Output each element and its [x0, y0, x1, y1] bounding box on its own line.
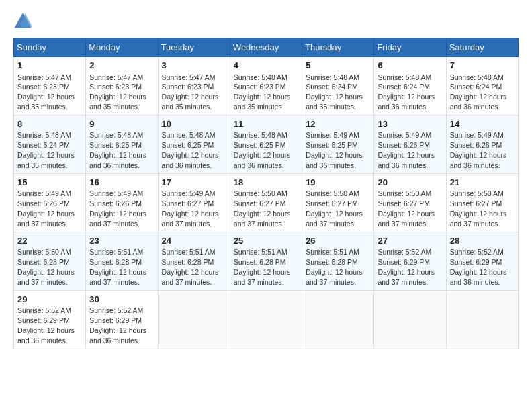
day-info: Sunrise: 5:50 AMSunset: 6:27 PMDaylight:… — [378, 189, 435, 228]
day-info: Sunrise: 5:52 AMSunset: 6:29 PMDaylight:… — [89, 306, 146, 345]
day-number: 22 — [17, 235, 82, 247]
calendar-cell — [230, 290, 302, 349]
day-info: Sunrise: 5:48 AMSunset: 6:24 PMDaylight:… — [17, 131, 75, 169]
calendar-cell: 12 Sunrise: 5:49 AMSunset: 6:25 PMDaylig… — [302, 115, 374, 173]
calendar-cell: 8 Sunrise: 5:48 AMSunset: 6:24 PMDayligh… — [14, 115, 86, 173]
logo — [13, 12, 35, 31]
day-info: Sunrise: 5:49 AMSunset: 6:27 PMDaylight:… — [162, 189, 219, 228]
day-info: Sunrise: 5:52 AMSunset: 6:29 PMDaylight:… — [17, 306, 75, 345]
calendar-cell: 28 Sunrise: 5:52 AMSunset: 6:29 PMDaylig… — [446, 232, 518, 290]
header — [13, 12, 519, 31]
day-info: Sunrise: 5:51 AMSunset: 6:28 PMDaylight:… — [306, 248, 363, 286]
day-info: Sunrise: 5:49 AMSunset: 6:26 PMDaylight:… — [450, 131, 507, 169]
calendar-cell: 7 Sunrise: 5:48 AMSunset: 6:24 PMDayligh… — [446, 57, 518, 116]
calendar-cell: 23 Sunrise: 5:51 AMSunset: 6:28 PMDaylig… — [86, 232, 158, 290]
calendar-cell: 14 Sunrise: 5:49 AMSunset: 6:26 PMDaylig… — [446, 115, 518, 173]
calendar-cell — [302, 290, 374, 349]
day-number: 8 — [17, 118, 82, 130]
day-info: Sunrise: 5:48 AMSunset: 6:23 PMDaylight:… — [234, 73, 291, 111]
calendar-cell: 9 Sunrise: 5:48 AMSunset: 6:25 PMDayligh… — [86, 115, 158, 173]
calendar-cell: 4 Sunrise: 5:48 AMSunset: 6:23 PMDayligh… — [230, 57, 302, 116]
day-info: Sunrise: 5:48 AMSunset: 6:25 PMDaylight:… — [89, 131, 146, 169]
day-info: Sunrise: 5:49 AMSunset: 6:26 PMDaylight:… — [378, 131, 435, 169]
day-info: Sunrise: 5:48 AMSunset: 6:25 PMDaylight:… — [234, 131, 291, 169]
calendar-cell: 18 Sunrise: 5:50 AMSunset: 6:27 PMDaylig… — [230, 173, 302, 232]
calendar-cell — [446, 290, 518, 349]
calendar-cell: 27 Sunrise: 5:52 AMSunset: 6:29 PMDaylig… — [374, 232, 446, 290]
calendar-cell: 17 Sunrise: 5:49 AMSunset: 6:27 PMDaylig… — [158, 173, 230, 232]
day-number: 17 — [162, 177, 226, 189]
calendar-week-row: 8 Sunrise: 5:48 AMSunset: 6:24 PMDayligh… — [14, 115, 519, 173]
day-number: 19 — [306, 177, 370, 189]
calendar-cell: 15 Sunrise: 5:49 AMSunset: 6:26 PMDaylig… — [14, 173, 86, 232]
day-number: 18 — [234, 177, 298, 189]
calendar-cell: 2 Sunrise: 5:47 AMSunset: 6:23 PMDayligh… — [86, 57, 158, 116]
day-number: 16 — [89, 177, 154, 189]
calendar-day-header: Monday — [86, 38, 158, 57]
day-info: Sunrise: 5:52 AMSunset: 6:29 PMDaylight:… — [378, 248, 435, 286]
day-number: 15 — [17, 177, 82, 189]
calendar-cell: 25 Sunrise: 5:51 AMSunset: 6:28 PMDaylig… — [230, 232, 302, 290]
day-info: Sunrise: 5:50 AMSunset: 6:27 PMDaylight:… — [234, 189, 291, 228]
calendar-cell: 10 Sunrise: 5:48 AMSunset: 6:25 PMDaylig… — [158, 115, 230, 173]
calendar-week-row: 15 Sunrise: 5:49 AMSunset: 6:26 PMDaylig… — [14, 173, 519, 232]
day-info: Sunrise: 5:50 AMSunset: 6:27 PMDaylight:… — [450, 189, 507, 228]
calendar-cell: 13 Sunrise: 5:49 AMSunset: 6:26 PMDaylig… — [374, 115, 446, 173]
day-info: Sunrise: 5:48 AMSunset: 6:24 PMDaylight:… — [378, 73, 435, 111]
calendar-cell: 1 Sunrise: 5:47 AMSunset: 6:23 PMDayligh… — [14, 57, 86, 116]
day-number: 24 — [162, 235, 226, 247]
calendar-day-header: Saturday — [446, 38, 518, 57]
day-number: 26 — [306, 235, 370, 247]
calendar-cell: 26 Sunrise: 5:51 AMSunset: 6:28 PMDaylig… — [302, 232, 374, 290]
day-info: Sunrise: 5:48 AMSunset: 6:24 PMDaylight:… — [450, 73, 507, 111]
calendar-cell — [374, 290, 446, 349]
day-number: 5 — [306, 60, 370, 72]
day-info: Sunrise: 5:50 AMSunset: 6:27 PMDaylight:… — [306, 189, 363, 228]
day-number: 20 — [378, 177, 442, 189]
calendar-week-row: 1 Sunrise: 5:47 AMSunset: 6:23 PMDayligh… — [14, 57, 519, 116]
calendar-day-header: Sunday — [14, 38, 86, 57]
calendar-cell: 16 Sunrise: 5:49 AMSunset: 6:26 PMDaylig… — [86, 173, 158, 232]
day-number: 9 — [89, 118, 154, 130]
day-info: Sunrise: 5:51 AMSunset: 6:28 PMDaylight:… — [234, 248, 291, 286]
day-info: Sunrise: 5:49 AMSunset: 6:26 PMDaylight:… — [89, 189, 146, 228]
day-info: Sunrise: 5:49 AMSunset: 6:26 PMDaylight:… — [17, 189, 75, 228]
calendar-cell: 22 Sunrise: 5:50 AMSunset: 6:28 PMDaylig… — [14, 232, 86, 290]
day-number: 2 — [89, 60, 154, 72]
day-number: 3 — [162, 60, 226, 72]
calendar-cell: 30 Sunrise: 5:52 AMSunset: 6:29 PMDaylig… — [86, 290, 158, 349]
day-number: 30 — [89, 293, 154, 306]
day-info: Sunrise: 5:47 AMSunset: 6:23 PMDaylight:… — [89, 73, 146, 111]
calendar-cell: 29 Sunrise: 5:52 AMSunset: 6:29 PMDaylig… — [14, 290, 86, 349]
day-number: 12 — [306, 118, 370, 130]
day-number: 29 — [17, 293, 82, 306]
calendar-day-header: Friday — [374, 38, 446, 57]
logo-icon — [13, 12, 32, 31]
calendar-cell: 19 Sunrise: 5:50 AMSunset: 6:27 PMDaylig… — [302, 173, 374, 232]
calendar-cell: 24 Sunrise: 5:51 AMSunset: 6:28 PMDaylig… — [158, 232, 230, 290]
day-info: Sunrise: 5:48 AMSunset: 6:25 PMDaylight:… — [162, 131, 219, 169]
day-number: 11 — [234, 118, 298, 130]
calendar-cell: 21 Sunrise: 5:50 AMSunset: 6:27 PMDaylig… — [446, 173, 518, 232]
day-number: 7 — [450, 60, 515, 72]
calendar-day-header: Wednesday — [230, 38, 302, 57]
day-number: 6 — [378, 60, 442, 72]
day-number: 1 — [17, 60, 82, 72]
calendar-header-row: SundayMondayTuesdayWednesdayThursdayFrid… — [14, 38, 519, 57]
day-info: Sunrise: 5:47 AMSunset: 6:23 PMDaylight:… — [17, 73, 75, 111]
day-info: Sunrise: 5:48 AMSunset: 6:24 PMDaylight:… — [306, 73, 363, 111]
calendar-cell: 6 Sunrise: 5:48 AMSunset: 6:24 PMDayligh… — [374, 57, 446, 116]
day-number: 4 — [234, 60, 298, 72]
day-number: 10 — [162, 118, 226, 130]
calendar-week-row: 22 Sunrise: 5:50 AMSunset: 6:28 PMDaylig… — [14, 232, 519, 290]
day-info: Sunrise: 5:47 AMSunset: 6:23 PMDaylight:… — [162, 73, 219, 111]
calendar-cell — [158, 290, 230, 349]
calendar-week-row: 29 Sunrise: 5:52 AMSunset: 6:29 PMDaylig… — [14, 290, 519, 349]
calendar-day-header: Tuesday — [158, 38, 230, 57]
calendar-cell: 11 Sunrise: 5:48 AMSunset: 6:25 PMDaylig… — [230, 115, 302, 173]
day-number: 25 — [234, 235, 298, 247]
calendar-table: SundayMondayTuesdayWednesdayThursdayFrid… — [13, 38, 519, 349]
day-info: Sunrise: 5:52 AMSunset: 6:29 PMDaylight:… — [450, 248, 507, 286]
calendar-cell: 5 Sunrise: 5:48 AMSunset: 6:24 PMDayligh… — [302, 57, 374, 116]
calendar-cell: 20 Sunrise: 5:50 AMSunset: 6:27 PMDaylig… — [374, 173, 446, 232]
